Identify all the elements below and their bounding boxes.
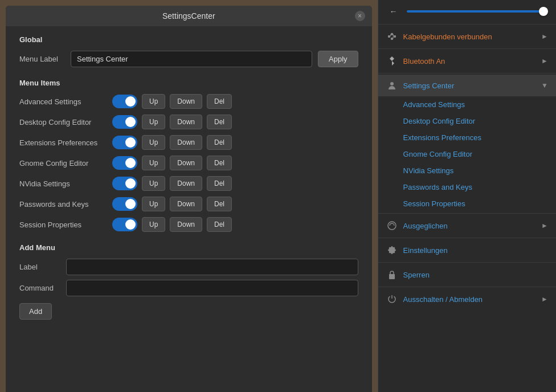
global-section: Global Menu Label Apply: [19, 35, 358, 67]
command-field-label: Command: [19, 284, 60, 292]
sidebar-item-settings-center[interactable]: Settings Center ▼: [378, 75, 556, 96]
svg-rect-9: [389, 274, 395, 279]
toggle-gnome-config-editor[interactable]: [112, 156, 137, 170]
svg-rect-0: [388, 35, 390, 38]
divider: [378, 73, 556, 74]
menu-item-row: Passwords and Keys Up Down Del: [19, 197, 358, 211]
up-button[interactable]: Up: [142, 197, 165, 211]
gear-icon: [386, 244, 398, 256]
label-input[interactable]: [66, 259, 358, 275]
chevron-right-icon: ►: [541, 222, 548, 230]
del-button[interactable]: Del: [207, 176, 232, 191]
add-menu-section: Add Menu Label Command Add: [19, 243, 358, 320]
submenu-item-nvidia-settings[interactable]: NVidia Settings: [378, 162, 556, 179]
toggle-session-properties[interactable]: [112, 218, 137, 231]
label-row: Label: [19, 259, 358, 275]
menu-label-input[interactable]: [71, 51, 312, 67]
submenu-item-extensions-preferences[interactable]: Extensions Preferences: [378, 129, 556, 146]
command-row: Command: [19, 280, 358, 296]
sidebar-item-ausschalten[interactable]: Ausschalten / Abmelden ►: [378, 288, 556, 310]
del-button[interactable]: Del: [207, 135, 232, 150]
down-button[interactable]: Down: [170, 94, 202, 109]
menu-label-row: Menu Label Apply: [19, 51, 358, 67]
del-button[interactable]: Del: [207, 156, 232, 170]
ausgeglichen-label: Ausgeglichen: [403, 222, 536, 230]
chevron-right-icon: ►: [541, 295, 548, 303]
item-name: Gnome Config Editor: [19, 159, 108, 168]
settings-center-dialog: SettingsCenter × Global Menu Label Apply…: [6, 6, 372, 392]
up-button[interactable]: Up: [142, 94, 165, 109]
up-button[interactable]: Up: [142, 217, 165, 232]
down-button[interactable]: Down: [170, 156, 202, 170]
item-name: Session Properties: [19, 220, 108, 229]
sidebar-item-ausgeglichen[interactable]: Ausgeglichen ►: [378, 215, 556, 236]
sidebar-item-kabelgebunden[interactable]: Kabelgebunden verbunden ►: [378, 26, 556, 47]
chevron-down-icon: ▼: [541, 81, 548, 89]
del-button[interactable]: Del: [207, 94, 232, 109]
menu-label-label: Menu Label: [19, 55, 65, 63]
add-button[interactable]: Add: [19, 303, 52, 320]
brightness-slider-row: ←: [378, 0, 556, 23]
menu-item-row: Advanced Settings Up Down Del: [19, 94, 358, 109]
toggle-passwords-and-keys[interactable]: [112, 197, 137, 211]
menu-item-row: Gnome Config Editor Up Down Del: [19, 156, 358, 170]
svg-point-7: [390, 82, 394, 85]
down-button[interactable]: Down: [170, 176, 202, 191]
divider: [378, 48, 556, 49]
divider: [378, 213, 556, 214]
command-input[interactable]: [66, 280, 358, 296]
down-button[interactable]: Down: [170, 197, 202, 211]
balance-icon: [386, 220, 398, 231]
toggle-nvidia-settings[interactable]: [112, 177, 137, 190]
down-button[interactable]: Down: [170, 217, 202, 232]
item-name: Advanced Settings: [19, 97, 108, 106]
del-button[interactable]: Del: [207, 217, 232, 232]
apply-button[interactable]: Apply: [318, 51, 358, 67]
svg-line-4: [390, 34, 391, 36]
menu-item-row: Desktop Config Editor Up Down Del: [19, 115, 358, 129]
down-button[interactable]: Down: [170, 135, 202, 150]
divider: [378, 287, 556, 287]
settings-center-label: Settings Center: [403, 81, 536, 90]
system-menu-panel: ← Kabelgebunden verbunden ►: [378, 0, 556, 392]
slider-thumb: [539, 7, 548, 16]
svg-rect-1: [391, 33, 393, 35]
up-button[interactable]: Up: [142, 176, 165, 191]
sidebar-item-bluetooth[interactable]: Bluetooth An ►: [378, 50, 556, 72]
submenu-item-passwords-and-keys[interactable]: Passwords and Keys: [378, 179, 556, 195]
toggle-extensions-preferences[interactable]: [112, 136, 137, 149]
up-button[interactable]: Up: [142, 156, 165, 170]
power-icon: [386, 293, 398, 305]
submenu-item-advanced-settings[interactable]: Advanced Settings: [378, 96, 556, 113]
submenu-item-session-properties[interactable]: Session Properties: [378, 195, 556, 212]
del-button[interactable]: Del: [207, 197, 232, 211]
submenu-item-desktop-config-editor[interactable]: Desktop Config Editor: [378, 113, 556, 129]
dialog-titlebar: SettingsCenter ×: [6, 6, 372, 26]
sidebar-item-sperren[interactable]: Sperren: [378, 264, 556, 285]
label-field-label: Label: [19, 263, 60, 271]
toggle-desktop-config-editor[interactable]: [112, 115, 137, 129]
menu-item-row: NVidia Settings Up Down Del: [19, 176, 358, 191]
divider: [378, 238, 556, 238]
dialog-content: Global Menu Label Apply Menu Items Advan…: [6, 26, 372, 392]
item-name: Extensions Preferences: [19, 138, 108, 147]
submenu-item-gnome-config-editor[interactable]: Gnome Config Editor: [378, 146, 556, 162]
ausschalten-label: Ausschalten / Abmelden: [403, 295, 536, 304]
down-button[interactable]: Down: [170, 115, 202, 129]
up-button[interactable]: Up: [142, 135, 165, 150]
up-button[interactable]: Up: [142, 115, 165, 129]
close-button[interactable]: ×: [355, 11, 365, 21]
back-button[interactable]: ←: [386, 6, 401, 17]
svg-rect-3: [391, 38, 393, 40]
brightness-slider[interactable]: [407, 10, 548, 13]
bluetooth-label: Bluetooth An: [403, 57, 536, 66]
network-icon: [386, 31, 398, 42]
sidebar-item-einstellungen[interactable]: Einstellungen: [378, 239, 556, 261]
menu-items-section: Menu Items Advanced Settings Up Down Del…: [19, 79, 358, 232]
settings-center-icon: [386, 80, 398, 91]
kabelgebunden-label: Kabelgebunden verbunden: [403, 32, 536, 41]
svg-rect-2: [394, 35, 396, 38]
divider: [378, 262, 556, 263]
toggle-advanced-settings[interactable]: [112, 95, 137, 108]
del-button[interactable]: Del: [207, 115, 232, 129]
